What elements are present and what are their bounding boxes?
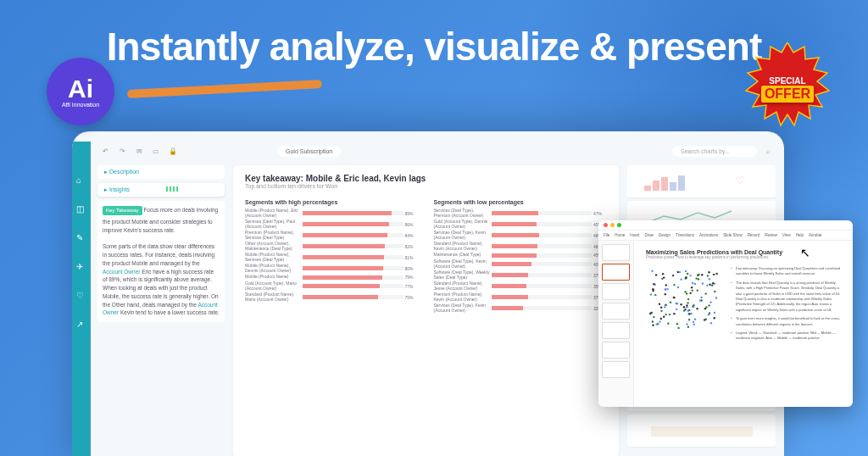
subscription-pill[interactable]: Gold Subscription [277, 146, 341, 157]
bar-row: Premium (Product Name), Services (Deal T… [245, 231, 419, 240]
bar-row: Standard (Product Name), Mario (Account … [245, 292, 419, 302]
svg-rect-4 [670, 182, 676, 191]
svg-point-135 [652, 290, 654, 292]
svg-point-98 [715, 297, 717, 298]
brand-logo-badge: Ai Affi Innovation [47, 58, 114, 125]
svg-point-39 [655, 274, 657, 275]
bar-row: Services (Deal Type), Kevin (Account Own… [434, 303, 608, 313]
slide-thumb-selected[interactable] [602, 264, 630, 281]
account-owner-link[interactable]: Account Owner [103, 302, 218, 316]
svg-point-110 [650, 293, 652, 295]
mail-icon[interactable]: ✉ [133, 145, 145, 157]
ppt-ribbon: FileHomeInsertDrawDesignTransitionsAnima… [598, 231, 853, 241]
chart-thumb[interactable]: ♡ [627, 165, 776, 197]
ribbon-tab[interactable]: Record [748, 233, 760, 237]
minimize-dot-icon[interactable] [610, 223, 615, 227]
bar-label: Maintenance (Deal Type) [434, 253, 492, 258]
slide-thumb[interactable] [602, 322, 630, 339]
export-icon[interactable]: ↗ [76, 320, 86, 330]
bar-row: Standard (Product Name), Jesse (Account … [434, 281, 608, 291]
redo-icon[interactable]: ↷ [116, 145, 128, 157]
bar-track [492, 306, 593, 310]
ribbon-tab[interactable]: Design [659, 233, 670, 237]
plane-icon[interactable]: ✈ [76, 262, 86, 272]
svg-point-74 [694, 319, 696, 320]
bar-row: Other (Account Owner), Maintenance (Deal… [245, 242, 419, 251]
bar-value: 82% [403, 244, 419, 249]
heart-icon[interactable]: ♡ [76, 291, 86, 301]
svg-point-72 [660, 306, 662, 308]
offer-label-text: OFFER [761, 86, 814, 103]
ribbon-tab[interactable]: Slide Show [723, 233, 743, 237]
svg-point-99 [686, 304, 687, 306]
ribbon-tab[interactable]: Transitions [676, 233, 694, 237]
bar-track [303, 275, 403, 280]
svg-point-120 [685, 277, 687, 279]
ribbon-tab[interactable]: Draw [645, 233, 654, 237]
bar-label: Premium (Product Name), Kevin (Account O… [434, 292, 492, 302]
svg-point-127 [711, 285, 713, 286]
svg-point-36 [665, 293, 666, 295]
slide-thumb[interactable] [602, 303, 630, 320]
svg-point-139 [688, 309, 690, 311]
maximize-dot-icon[interactable] [617, 223, 621, 227]
high-segments-chart: Segments with high percentages Mobile (P… [245, 199, 419, 314]
slide-thumb[interactable] [602, 342, 630, 359]
bar-row: Services (Deal Type), Kevin (Account Own… [434, 231, 608, 240]
chart-icon[interactable]: ◫ [76, 204, 86, 214]
lock-icon[interactable]: 🔒 [167, 145, 179, 157]
svg-point-91 [665, 304, 667, 306]
svg-rect-5 [678, 175, 685, 191]
svg-point-129 [673, 313, 675, 314]
undo-icon[interactable]: ↶ [99, 145, 111, 157]
ribbon-tab[interactable]: Help [796, 233, 804, 237]
svg-point-126 [677, 271, 679, 273]
description-section-header[interactable]: ▸ Description [97, 165, 225, 179]
svg-point-31 [673, 284, 675, 286]
svg-point-67 [687, 273, 688, 275]
bar-row: Gold (Account Type), Mario (Account Owne… [245, 281, 419, 291]
bar-label: Standard (Product Name), Kevin (Account … [434, 242, 492, 251]
search-input[interactable]: Search charts by... [672, 146, 757, 157]
search-icon[interactable]: ⌕ [762, 145, 774, 157]
ribbon-tab[interactable]: View [782, 233, 791, 237]
ribbon-tab[interactable]: Animations [699, 233, 718, 237]
slide-thumb[interactable] [602, 283, 630, 300]
svg-point-118 [698, 274, 699, 275]
bar-row: Services (Deal Type), Premium (Account O… [434, 209, 608, 218]
svg-point-96 [715, 273, 717, 275]
svg-point-130 [709, 312, 710, 314]
svg-text:♡: ♡ [736, 175, 745, 186]
slide-thumb[interactable] [602, 244, 630, 261]
ribbon-tab[interactable]: Review [765, 233, 777, 237]
bar-value: 86% [403, 222, 419, 227]
bar-track [492, 211, 593, 215]
svg-point-54 [652, 324, 654, 325]
bullet-item: To gain even more insights, it would be … [731, 316, 841, 327]
bar-track [492, 284, 593, 288]
ribbon-tab[interactable]: Acrobat [809, 233, 822, 237]
insights-section-header[interactable]: ▸ Insights [97, 183, 225, 197]
svg-point-132 [653, 283, 654, 285]
ribbon-tab[interactable]: Insert [630, 233, 639, 237]
ribbon-tab[interactable]: File [604, 233, 609, 237]
home-icon[interactable]: ⌂ [76, 175, 86, 186]
edit-icon[interactable]: ✎ [76, 233, 86, 243]
bar-label: Gold (Account Type), Dennis (Account Own… [434, 220, 492, 229]
account-owner-link[interactable]: Account Owner [103, 269, 140, 275]
folder-icon[interactable]: ▭ [150, 145, 162, 157]
svg-point-80 [709, 301, 711, 303]
ribbon-tab[interactable]: Home [615, 233, 625, 237]
svg-point-89 [667, 288, 669, 290]
svg-point-22 [653, 316, 654, 318]
slide-thumb[interactable] [602, 361, 630, 378]
close-dot-icon[interactable] [604, 223, 608, 227]
bar-track [303, 284, 403, 288]
svg-point-122 [677, 286, 679, 288]
svg-point-136 [714, 291, 715, 292]
ppt-bullet-list: Key takeaway: Focusing on optimizing Dea… [731, 266, 841, 345]
svg-point-128 [710, 322, 712, 324]
chart-thumb[interactable] [627, 414, 776, 447]
high-chart-title: Segments with high percentages [245, 199, 419, 205]
ppt-slide-title: Maximizing Sales Predictions with Deal Q… [646, 249, 841, 255]
